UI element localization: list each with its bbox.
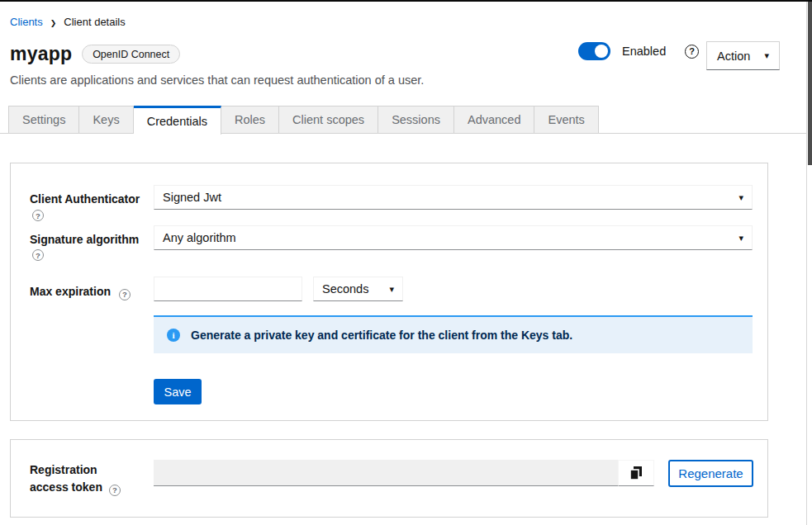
tab-roles[interactable]: Roles (221, 106, 279, 134)
tab-sessions[interactable]: Sessions (378, 106, 454, 134)
help-icon[interactable]: ? (109, 485, 121, 496)
enabled-label: Enabled (622, 45, 666, 58)
caret-down-icon: ▾ (764, 51, 769, 60)
signature-algorithm-select[interactable]: Any algorithm ▾ (154, 225, 753, 250)
tab-client-scopes[interactable]: Client scopes (279, 106, 378, 134)
chevron-right-icon: ❯ (50, 18, 57, 26)
scrollbar[interactable] (806, 2, 812, 525)
time-unit-value: Seconds (322, 282, 368, 296)
registration-token-label-text: Registration access token (30, 463, 102, 494)
help-icon[interactable]: ? (32, 210, 44, 221)
registration-token-card: Registration access token ? Regenerate (10, 439, 768, 518)
action-dropdown-label: Action (717, 50, 750, 63)
client-authenticator-label: Client Authenticator (30, 191, 140, 208)
signature-algorithm-value: Any algorithm (163, 231, 236, 244)
caret-down-icon: ▾ (738, 234, 743, 243)
info-alert: i Generate a private key and certificate… (154, 315, 753, 353)
token-input-group (154, 460, 654, 486)
help-icon[interactable]: ? (685, 45, 699, 59)
breadcrumb: Clients ❯ Client details (10, 16, 126, 28)
header-controls: Enabled ? (578, 41, 699, 61)
time-unit-dropdown[interactable]: Seconds ▾ (313, 277, 403, 301)
max-expiration-input-wrap (154, 277, 302, 301)
protocol-badge: OpenID Connect (82, 45, 180, 64)
window-top-edge (0, 0, 812, 2)
client-details-page: Clients ❯ Client details myapp OpenID Co… (0, 0, 812, 525)
help-icon[interactable]: ? (32, 249, 44, 261)
tab-bar: Settings Keys Credentials Roles Client s… (8, 106, 599, 134)
info-alert-text: Generate a private key and certificate f… (191, 329, 572, 342)
action-dropdown[interactable]: Action ▾ (706, 41, 780, 70)
breadcrumb-current: Client details (64, 16, 125, 28)
registration-token-input[interactable] (154, 460, 618, 485)
enabled-toggle[interactable] (578, 42, 610, 60)
page-description: Clients are applications and services th… (10, 73, 424, 87)
max-expiration-label: Max expiration ? (30, 283, 131, 300)
max-expiration-input[interactable] (163, 282, 293, 296)
help-icon[interactable]: ? (119, 289, 131, 300)
info-icon: i (167, 329, 180, 342)
client-authenticator-value: Signed Jwt (163, 191, 221, 204)
tab-credentials[interactable]: Credentials (134, 106, 221, 135)
token-input-wrap (154, 460, 618, 486)
tab-keys[interactable]: Keys (79, 106, 133, 134)
copy-button[interactable] (618, 460, 654, 486)
save-button[interactable]: Save (154, 379, 202, 404)
scrollbar-thumb[interactable] (808, 2, 812, 165)
page-title: myapp (10, 43, 72, 65)
tab-advanced[interactable]: Advanced (454, 106, 535, 134)
regenerate-button[interactable]: Regenerate (668, 460, 753, 487)
signature-algorithm-label: Signature algorithm (30, 231, 139, 248)
tab-events[interactable]: Events (534, 106, 598, 134)
copy-icon (629, 466, 643, 480)
toggle-knob-icon (595, 45, 608, 58)
title-row: myapp OpenID Connect (10, 43, 180, 65)
caret-down-icon: ▾ (389, 285, 394, 294)
credentials-card: Client Authenticator ? Signed Jwt ▾ Sign… (10, 163, 768, 421)
tab-settings[interactable]: Settings (8, 106, 79, 134)
breadcrumb-clients-link[interactable]: Clients (10, 16, 43, 28)
client-authenticator-select[interactable]: Signed Jwt ▾ (154, 185, 753, 210)
max-expiration-label-text: Max expiration (30, 285, 111, 298)
registration-token-label: Registration access token ? (30, 461, 131, 496)
caret-down-icon: ▾ (738, 193, 743, 202)
